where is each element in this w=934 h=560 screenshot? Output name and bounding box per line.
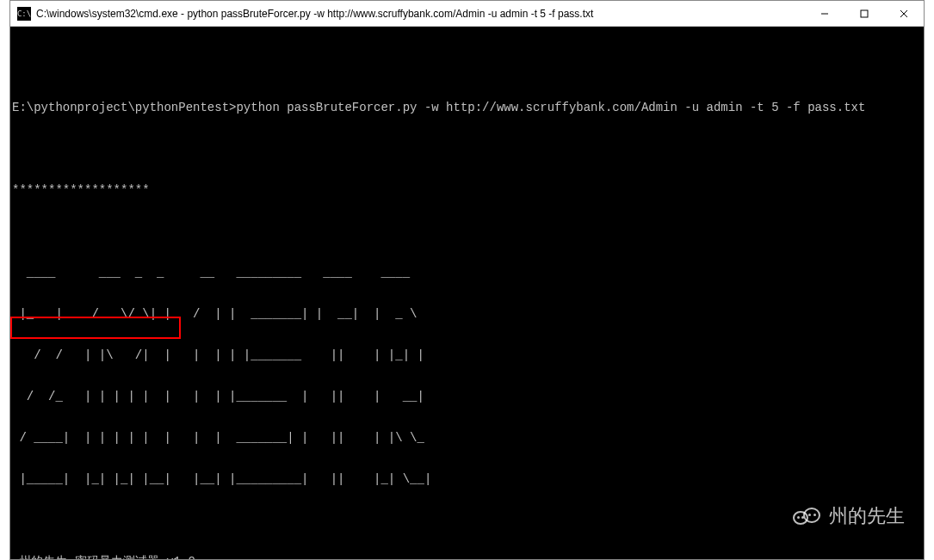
minimize-button[interactable] <box>805 1 844 26</box>
terminal-line <box>12 225 922 238</box>
ascii-art-line: |_____| |_| |_| |__| |__| |_________| ||… <box>12 472 922 486</box>
close-button[interactable] <box>884 1 924 26</box>
cmd-icon: C:\ <box>17 7 31 21</box>
terminal-line <box>12 514 922 527</box>
window-controls <box>805 1 924 26</box>
terminal-line <box>12 59 922 73</box>
watermark-text: 州的先生 <box>829 509 905 523</box>
terminal-stars: ******************* <box>12 183 922 197</box>
banner-line: 州的先生-密码暴力测试器 v1.0 <box>12 555 922 559</box>
terminal-prompt-line: E:\pythonproject\pythonPentest>python pa… <box>12 101 922 114</box>
cmd-window: C:\ C:\windows\system32\cmd.exe - python… <box>9 0 925 560</box>
terminal-line <box>12 142 922 156</box>
wechat-icon <box>793 504 822 528</box>
ascii-art-line: / / | |\ /| | | | | |_______ || | |_| | <box>12 348 922 362</box>
maximize-button[interactable] <box>844 1 884 26</box>
titlebar[interactable]: C:\ C:\windows\system32\cmd.exe - python… <box>10 1 924 27</box>
ascii-art-line: |_ | / \/ \| | / | | _______| | __| | _ … <box>12 307 922 321</box>
ascii-art-line: / ____| | | | | | | | | _______| | || | … <box>12 431 922 445</box>
svg-rect-1 <box>861 10 868 17</box>
ascii-art-line: ____ ___ _ _ __ _________ ____ ____ <box>12 266 922 280</box>
terminal-output[interactable]: E:\pythonproject\pythonPentest>python pa… <box>10 27 924 559</box>
watermark: 州的先生 <box>793 504 905 528</box>
ascii-art-line: / /_ | | | | | | | | |_______ | || | __| <box>12 390 922 403</box>
window-title: C:\windows\system32\cmd.exe - python pas… <box>36 8 805 20</box>
